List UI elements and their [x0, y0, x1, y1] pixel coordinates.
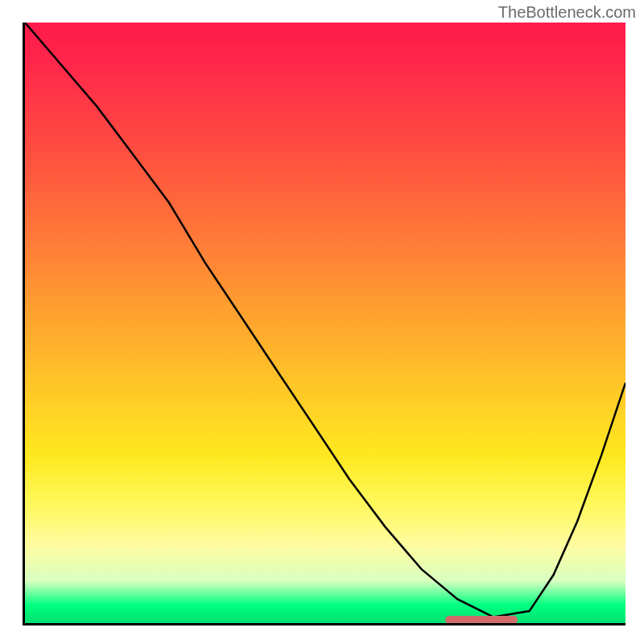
- attribution-label: TheBottleneck.com: [498, 3, 636, 22]
- plot-area: [23, 23, 625, 625]
- optimum-marker: [445, 616, 518, 624]
- bottleneck-curve: [25, 23, 625, 623]
